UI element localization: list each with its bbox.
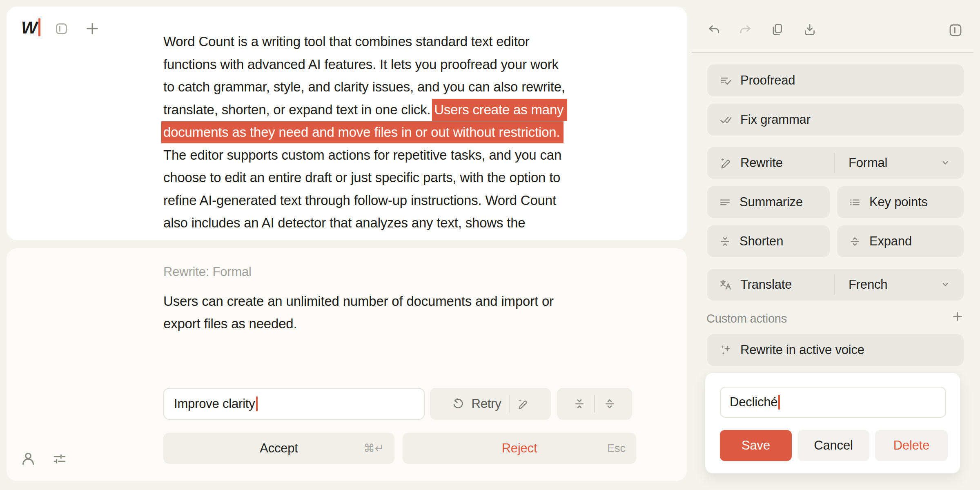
- save-button[interactable]: Save: [720, 430, 792, 461]
- reject-button[interactable]: Reject Esc: [403, 433, 636, 464]
- copy-icon[interactable]: [770, 23, 784, 37]
- retry-button[interactable]: Retry: [471, 396, 501, 411]
- cancel-button[interactable]: Cancel: [797, 430, 869, 461]
- divider: [509, 395, 510, 412]
- logo-cursor: [38, 18, 40, 36]
- divider: [834, 274, 835, 295]
- editor-line: functions with advanced AI features. It …: [163, 53, 567, 76]
- edit-pen-icon[interactable]: [517, 398, 529, 410]
- custom-actions-title: Custom actions: [706, 312, 787, 325]
- translate-language-select[interactable]: French: [849, 277, 887, 292]
- editor-line: Word Count is a writing tool that combin…: [163, 30, 567, 53]
- text-cursor: [778, 395, 780, 410]
- summarize-icon: [719, 196, 731, 209]
- editor-line: The editor supports custom actions for r…: [163, 144, 567, 167]
- retry-icon[interactable]: [452, 398, 464, 410]
- editor-text[interactable]: Word Count is a writing tool that combin…: [163, 30, 567, 240]
- divider: [834, 153, 835, 173]
- expand-icon[interactable]: [603, 397, 616, 410]
- selected-text-highlight: documents as they need and move files in…: [161, 121, 564, 143]
- key-points-button[interactable]: Key points: [837, 186, 964, 218]
- resize-group: [557, 388, 632, 420]
- action-label: Rewrite: Formal: [163, 265, 252, 279]
- undo-icon[interactable]: [707, 23, 721, 37]
- rewrite-style-select[interactable]: Formal: [849, 156, 887, 170]
- divider: [594, 395, 595, 412]
- app-logo: W: [21, 18, 40, 38]
- panel-divider: [692, 52, 973, 53]
- double-check-icon: [719, 114, 732, 126]
- custom-action-name-input[interactable]: Decliché: [720, 387, 946, 418]
- ai-result-text: Users can create an unlimited number of …: [163, 290, 554, 335]
- expand-icon: [849, 235, 861, 248]
- editor-line: also includes an AI detector that analyz…: [163, 212, 567, 234]
- selected-text-highlight: Users create as many: [432, 99, 567, 121]
- retry-group: Retry: [430, 388, 551, 420]
- editor-line: percentage that was AI-generated, identi…: [163, 234, 567, 241]
- settings-sliders-icon[interactable]: [52, 452, 67, 466]
- editor-line: documents as they need and move files in…: [163, 121, 567, 144]
- expand-button[interactable]: Expand: [837, 225, 964, 257]
- fix-grammar-button[interactable]: Fix grammar: [707, 104, 964, 136]
- reject-shortcut: Esc: [607, 442, 626, 455]
- shorten-button[interactable]: Shorten: [707, 225, 830, 257]
- summarize-button[interactable]: Summarize: [707, 186, 830, 218]
- editor-line: refine AI-generated text through follow-…: [163, 189, 567, 212]
- custom-action-editor-popup: Decliché Save Cancel Delete: [705, 372, 960, 474]
- accept-shortcut: ⌘↵: [363, 442, 384, 455]
- proofread-icon: [719, 74, 732, 87]
- translate-icon: [719, 278, 732, 291]
- add-custom-action-icon[interactable]: [951, 310, 964, 323]
- account-icon[interactable]: [20, 451, 36, 466]
- editor-line: translate, shorten, or expand text in on…: [163, 98, 567, 121]
- sidebar-toggle-icon[interactable]: [55, 22, 68, 36]
- editor-line: choose to edit an entire draft or just s…: [163, 166, 567, 189]
- editor-card: W Word Count is a writing tool that comb…: [7, 7, 687, 240]
- followup-instruction-input[interactable]: Improve clarity: [163, 388, 425, 420]
- translate-button[interactable]: Translate French: [707, 269, 964, 301]
- list-icon: [849, 196, 861, 209]
- editor-line: to catch grammar, style, and clarity iss…: [163, 76, 567, 98]
- shorten-icon[interactable]: [573, 397, 586, 410]
- new-document-plus-icon[interactable]: [85, 21, 100, 36]
- delete-button[interactable]: Delete: [875, 430, 948, 461]
- chevron-down-icon[interactable]: [939, 278, 951, 291]
- download-icon[interactable]: [803, 23, 817, 37]
- proofread-button[interactable]: Proofread: [707, 65, 964, 96]
- ai-review-card: Rewrite: Formal Users can create an unli…: [7, 248, 687, 481]
- rewrite-button[interactable]: Rewrite Formal: [707, 147, 964, 179]
- accept-button[interactable]: Accept ⌘↵: [163, 433, 394, 464]
- chevron-down-icon[interactable]: [939, 157, 951, 169]
- sparkles-icon: [719, 344, 732, 356]
- redo-icon[interactable]: [738, 23, 752, 37]
- text-cursor: [256, 396, 258, 411]
- shorten-icon: [719, 235, 731, 248]
- pen-sparkle-icon: [719, 157, 732, 169]
- panel-toggle-icon[interactable]: [948, 23, 963, 38]
- custom-action-item[interactable]: Rewrite in active voice: [707, 334, 964, 366]
